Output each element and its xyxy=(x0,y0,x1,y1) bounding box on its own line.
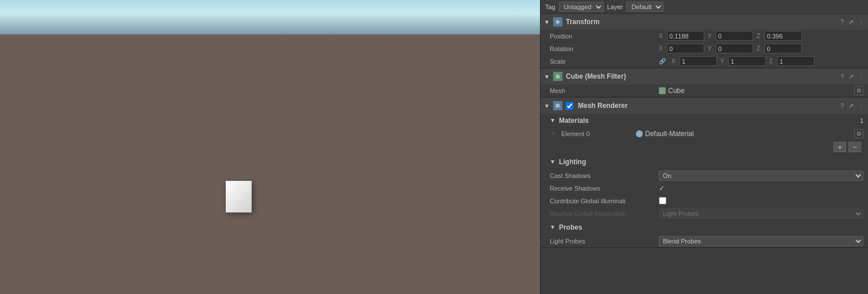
scale-x-input[interactable] xyxy=(680,56,717,66)
mesh-property-row: Mesh Cube ⊙ xyxy=(541,84,868,97)
mesh-value: Cube xyxy=(668,87,685,95)
materials-arrow: ▼ xyxy=(550,117,555,123)
remove-material-button[interactable]: − xyxy=(848,142,861,152)
transform-more-icon[interactable]: ⋮ xyxy=(858,18,865,26)
light-probes-label: Light Probes xyxy=(550,238,659,245)
receive-gi-select[interactable]: Light Probes xyxy=(659,208,863,219)
receive-shadows-check: ✓ xyxy=(659,184,665,192)
add-material-button[interactable]: + xyxy=(834,142,846,152)
materials-label: Materials xyxy=(559,117,860,125)
tag-select[interactable]: Untagged xyxy=(559,2,604,12)
position-y-field: Y xyxy=(708,31,753,41)
transform-component: ▼ ⊕ Transform ? ⇗ ⋮ Position X Y xyxy=(541,14,868,68)
mesh-filter-more-icon[interactable]: ⋮ xyxy=(858,73,865,80)
scale-y-field: Y xyxy=(720,56,766,66)
mesh-filter-arrow: ▼ xyxy=(544,74,550,80)
rotation-z-label: Z xyxy=(757,45,763,52)
scale-y-label: Y xyxy=(720,58,727,64)
mesh-renderer-title: Mesh Renderer xyxy=(578,102,837,110)
mesh-pick-button[interactable]: ⊙ xyxy=(854,86,863,95)
scene-sky xyxy=(0,0,540,34)
receive-shadows-value-container: ✓ xyxy=(659,184,863,192)
transform-help-icon[interactable]: ? xyxy=(840,18,844,25)
rotation-z-input[interactable] xyxy=(765,44,802,53)
position-y-input[interactable] xyxy=(716,31,753,41)
position-z-label: Z xyxy=(757,33,763,39)
scale-z-field: Z xyxy=(769,56,815,66)
mesh-renderer-link-icon[interactable]: ⇗ xyxy=(848,102,854,110)
mesh-filter-header[interactable]: ▼ ⊞ Cube (Mesh Filter) ? ⇗ ⋮ xyxy=(541,68,868,84)
rotation-x-field: X xyxy=(659,44,704,53)
mesh-filter-link-icon[interactable]: ⇗ xyxy=(848,73,854,80)
mesh-renderer-header[interactable]: ▼ ⊞ Mesh Renderer ? ⇗ ⋮ xyxy=(541,98,868,114)
rotation-label: Rotation xyxy=(550,45,659,52)
receive-shadows-label: Receive Shadows xyxy=(550,185,659,192)
mesh-filter-help-icon[interactable]: ? xyxy=(840,73,844,80)
scale-z-input[interactable] xyxy=(777,56,815,66)
element-drag-handle: ≡ xyxy=(552,130,559,137)
scale-x-field: X xyxy=(672,56,717,66)
light-probes-select[interactable]: Blend Probes xyxy=(659,236,863,246)
contribute-gi-checkbox[interactable] xyxy=(659,197,666,204)
cast-shadows-value-container: On xyxy=(659,171,863,181)
rotation-row: Rotation X Y Z xyxy=(541,42,868,55)
probes-arrow: ▼ xyxy=(550,224,555,230)
inspector-panel: Tag Untagged Layer Default ▼ ⊕ Transform… xyxy=(540,0,868,294)
mesh-value-container: Cube ⊙ xyxy=(659,86,863,95)
scene-background xyxy=(0,0,540,294)
receive-gi-value-container: Light Probes xyxy=(659,208,863,219)
position-x-label: X xyxy=(659,33,666,39)
position-label: Position xyxy=(550,33,659,40)
transform-link-icon[interactable]: ⇗ xyxy=(848,18,854,26)
add-remove-row: + − xyxy=(541,140,868,154)
receive-shadows-row: Receive Shadows ✓ xyxy=(541,182,868,195)
element-0-pick-button[interactable]: ⊙ xyxy=(854,129,863,138)
layer-select[interactable]: Default xyxy=(626,2,663,12)
scene-view[interactable] xyxy=(0,0,540,294)
position-z-input[interactable] xyxy=(765,31,802,41)
mesh-renderer-icon: ⊞ xyxy=(553,101,562,110)
scale-z-label: Z xyxy=(769,58,776,64)
mesh-filter-component: ▼ ⊞ Cube (Mesh Filter) ? ⇗ ⋮ Mesh Cube ⊙ xyxy=(541,68,868,98)
scale-label: Scale xyxy=(550,58,659,65)
transform-header[interactable]: ▼ ⊕ Transform ? ⇗ ⋮ xyxy=(541,14,868,30)
position-row: Position X Y Z xyxy=(541,30,868,42)
material-icon xyxy=(636,130,643,137)
rotation-y-input[interactable] xyxy=(716,44,753,53)
cast-shadows-select[interactable]: On xyxy=(659,171,863,181)
contribute-gi-label: Contribute Global Illuminati xyxy=(550,198,659,204)
scale-lock-icon: 🔗 xyxy=(659,58,666,64)
transform-title: Transform xyxy=(566,18,837,26)
materials-count: 1 xyxy=(860,117,863,124)
rotation-x-label: X xyxy=(659,45,666,52)
transform-arrow: ▼ xyxy=(544,19,550,25)
rotation-y-label: Y xyxy=(708,45,715,52)
position-fields: X Y Z xyxy=(659,31,802,41)
lighting-label: Lighting xyxy=(559,158,586,166)
cast-shadows-row: Cast Shadows On xyxy=(541,169,868,182)
mesh-label: Mesh xyxy=(550,87,659,94)
receive-gi-label: Receive Global Illumination xyxy=(550,210,659,217)
receive-gi-row: Receive Global Illumination Light Probes xyxy=(541,207,868,220)
probes-section-header[interactable]: ▼ Probes xyxy=(541,220,868,235)
position-x-input[interactable] xyxy=(667,31,704,41)
lighting-section-header[interactable]: ▼ Lighting xyxy=(541,154,868,169)
scale-x-label: X xyxy=(672,58,678,64)
position-x-field: X xyxy=(659,31,704,41)
light-probes-row: Light Probes Blend Probes xyxy=(541,235,868,247)
element-0-value: Default-Material xyxy=(645,130,694,138)
mesh-renderer-enabled-checkbox[interactable] xyxy=(566,102,573,110)
tag-layer-bar: Tag Untagged Layer Default xyxy=(541,0,868,14)
scale-row: Scale 🔗 X Y Z xyxy=(541,55,868,68)
tag-label: Tag xyxy=(545,3,555,10)
scale-fields: 🔗 X Y Z xyxy=(659,56,815,66)
element-0-value-container: Default-Material ⊙ xyxy=(636,129,863,138)
layer-label: Layer xyxy=(607,3,623,10)
scale-y-input[interactable] xyxy=(728,56,766,66)
mesh-renderer-more-icon[interactable]: ⋮ xyxy=(858,102,865,110)
mesh-renderer-help-icon[interactable]: ? xyxy=(840,102,844,109)
rotation-x-input[interactable] xyxy=(667,44,704,53)
contribute-gi-row: Contribute Global Illuminati xyxy=(541,195,868,207)
mesh-filter-header-actions: ? ⇗ ⋮ xyxy=(840,73,865,80)
transform-header-actions: ? ⇗ ⋮ xyxy=(840,18,865,26)
